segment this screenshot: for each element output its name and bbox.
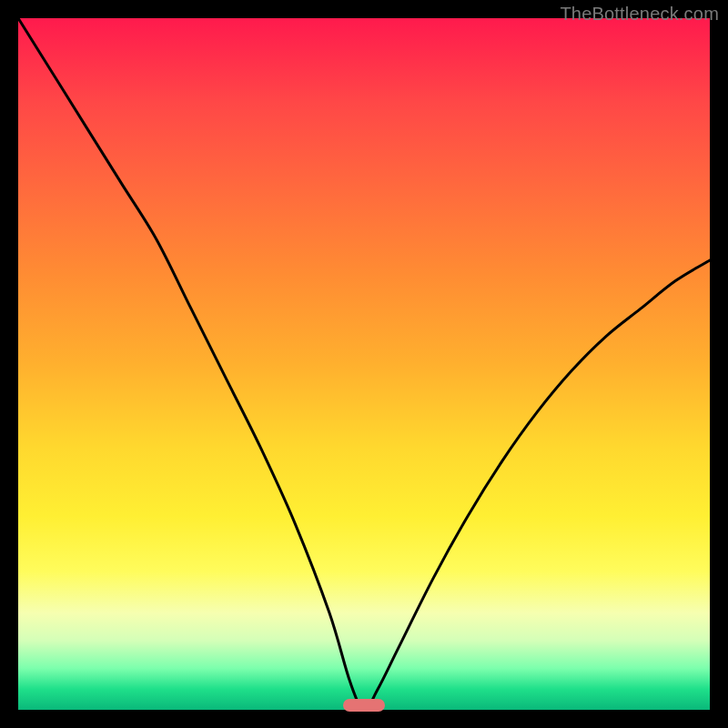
optimal-marker xyxy=(343,699,385,712)
bottleneck-curve xyxy=(18,18,710,710)
watermark-text: TheBottleneck.com xyxy=(560,4,719,25)
